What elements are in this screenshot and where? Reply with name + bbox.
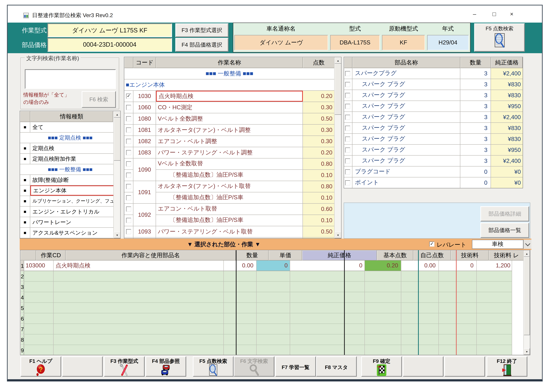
parts-checkbox[interactable] bbox=[345, 104, 350, 109]
parts-price-list-button[interactable]: 部品価格一覧 bbox=[480, 223, 529, 238]
close-button[interactable]: × bbox=[504, 7, 520, 21]
work-checkbox[interactable] bbox=[126, 206, 131, 211]
grid-row-empty[interactable]: 7 bbox=[21, 324, 530, 335]
work-checkbox[interactable] bbox=[126, 150, 131, 155]
work-checkbox[interactable] bbox=[126, 218, 131, 223]
parts-checkbox[interactable] bbox=[345, 93, 350, 98]
parts-row[interactable]: プラグコード0¥0 bbox=[344, 167, 523, 177]
work-row[interactable]: 1030 点火時期点検 0.20 bbox=[124, 91, 341, 102]
info-type-row-selected[interactable]: エンジン本体 bbox=[20, 185, 120, 196]
grid-row-empty[interactable]: 3 bbox=[21, 282, 530, 292]
grid-row-empty[interactable]: 4 bbox=[21, 292, 530, 303]
work-row-group[interactable]: 1092 エアコン・ベルト取替0.60 〔整備追加点数〕油圧P/S車0.10 bbox=[124, 204, 341, 226]
parts-row[interactable]: スパーク プラグ3¥2,400 bbox=[344, 155, 523, 167]
work-checkbox[interactable] bbox=[126, 139, 131, 144]
work-row[interactable]: 1080 Vベルト全数調整 0.50 bbox=[124, 113, 341, 125]
parts-row[interactable]: スパーク プラグ3¥830 bbox=[344, 123, 523, 134]
work-checkbox[interactable] bbox=[126, 127, 131, 133]
result-grid: 作業CD 作業内容と使用部品名 数量 単価 純正価格 基本点数 自己点数 技術料… bbox=[20, 250, 530, 355]
grid-row-1[interactable]: 1 103000 点火時期点検 0.00 0 0 0.20 0.00 0 1,2… bbox=[21, 260, 530, 271]
info-type-row[interactable]: パワートレーン bbox=[20, 217, 120, 228]
scroll-up-icon[interactable]: ▲ bbox=[335, 57, 342, 64]
info-type-row[interactable]: エンジン・エレクトリカル bbox=[20, 207, 120, 217]
scrollbar-thumb[interactable] bbox=[335, 64, 342, 115]
f5-points-search-button[interactable]: F5 点数検索 bbox=[474, 23, 525, 52]
work-checkbox[interactable] bbox=[126, 195, 131, 200]
info-type-row[interactable]: 全て bbox=[20, 122, 120, 133]
parts-row[interactable]: スパークプラグ3¥2,400 bbox=[344, 68, 523, 79]
scroll-up-icon[interactable]: ▲ bbox=[114, 111, 121, 118]
work-row[interactable]: 1060 CO・HC測定 0.30 bbox=[124, 102, 341, 113]
f12-exit-button[interactable]: F12 終了 bbox=[486, 356, 527, 377]
work-checkbox[interactable] bbox=[126, 105, 131, 110]
f7-learning-list-button[interactable]: F7 学習一覧 bbox=[275, 356, 316, 377]
parts-row[interactable]: スパーク プラグ3¥830 bbox=[344, 134, 523, 145]
minimize-button[interactable]: – bbox=[466, 7, 483, 21]
work-row-group[interactable]: 1091 オルタネータ(ファン)・ベルト取替0.80 〔整備追加点数〕油圧P/S… bbox=[124, 181, 341, 204]
f5-points-search-fkey[interactable]: F5 点数検索 bbox=[193, 356, 234, 377]
grid-row-empty[interactable]: 2 bbox=[21, 271, 530, 282]
parts-checkbox[interactable] bbox=[345, 158, 350, 163]
parts-checkbox[interactable] bbox=[345, 82, 350, 87]
parts-row[interactable]: スパーク プラグ3¥950 bbox=[344, 145, 523, 155]
f6-search-button[interactable]: F6 検索 bbox=[82, 91, 116, 108]
work-row[interactable]: 1082 エアコン・ベルト調整 0.30 bbox=[124, 136, 341, 147]
info-type-row[interactable]: 定期点検附加作業 bbox=[20, 154, 120, 164]
grid-row-empty[interactable]: 6 bbox=[21, 313, 530, 324]
parts-checkbox[interactable] bbox=[345, 147, 350, 153]
f4-parts-price-select-button[interactable]: F4 部品価格選択 bbox=[175, 38, 229, 52]
maximize-button[interactable]: □ bbox=[486, 7, 502, 21]
work-checkbox-checked[interactable] bbox=[126, 94, 131, 99]
parts-checkbox[interactable] bbox=[345, 136, 350, 142]
parts-checkbox[interactable] bbox=[345, 115, 350, 120]
parts-checkbox[interactable] bbox=[345, 126, 350, 131]
parts-checkbox[interactable] bbox=[345, 71, 350, 76]
work-checkbox[interactable] bbox=[126, 229, 131, 234]
grid-row-empty[interactable]: 5 bbox=[21, 303, 530, 313]
grid-row-empty[interactable]: 9 bbox=[21, 345, 530, 355]
work-checkbox[interactable] bbox=[126, 116, 131, 121]
f8-master-button[interactable]: F8 マスタ bbox=[316, 356, 357, 377]
mode-dropdown[interactable]: 車検 bbox=[472, 240, 523, 249]
work-list-scrollbar[interactable]: ▲ ▼ bbox=[334, 57, 342, 238]
f4-parts-reference-button[interactable]: F4 部品参照 bbox=[145, 356, 186, 377]
parts-checkbox[interactable] bbox=[345, 180, 350, 185]
work-checkbox[interactable] bbox=[126, 161, 131, 166]
work-list: コード 作業名称 点数 ■■■ 一般整備 ■■■ ■エンジン本体 1030 点火… bbox=[124, 57, 342, 239]
f3-work-model-select-button[interactable]: F3 作業型式選択 bbox=[175, 23, 229, 37]
scroll-down-icon[interactable]: ▼ bbox=[524, 348, 530, 355]
work-row[interactable]: 1083 パワー・ステアリング・ベルト調整 0.20 bbox=[124, 147, 341, 159]
info-type-scrollbar[interactable]: ▲ ▼ bbox=[113, 111, 121, 238]
scroll-up-icon[interactable]: ▲ bbox=[524, 250, 530, 257]
work-checkbox[interactable] bbox=[126, 173, 131, 178]
f3-work-model-button[interactable]: F3 作業型式 bbox=[104, 356, 145, 377]
f1-help-button[interactable]: F1 ヘルプ ? bbox=[21, 356, 61, 377]
work-row[interactable]: 1093 パワー・ステアリング・ベルト取替 0.50 bbox=[124, 226, 341, 238]
scrollbar-thumb[interactable] bbox=[114, 118, 121, 161]
grid-scrollbar[interactable]: ▲ ▼ bbox=[523, 250, 530, 355]
work-checkbox[interactable] bbox=[126, 184, 131, 189]
info-type-row[interactable]: アクスル&サスペンション bbox=[20, 228, 120, 238]
f9-confirm-button[interactable]: F9 確定 OK bbox=[361, 356, 402, 377]
parts-price-detail-button[interactable]: 部品価格詳細 bbox=[480, 206, 529, 222]
work-row[interactable]: 1081 オルタネータ(ファン)・ベルト調整 0.30 bbox=[124, 125, 341, 136]
string-search-input[interactable] bbox=[25, 69, 116, 89]
parts-price-field[interactable]: 0004-23D1-000004 bbox=[47, 38, 172, 52]
scrollbar-thumb[interactable] bbox=[524, 257, 530, 335]
leverate-checkbox[interactable] bbox=[429, 242, 434, 247]
dropdown-chevron-button[interactable] bbox=[523, 240, 531, 249]
parts-checkbox[interactable] bbox=[345, 169, 350, 174]
scroll-down-icon[interactable]: ▼ bbox=[114, 232, 121, 238]
info-type-row[interactable]: 故障(整備)診断 bbox=[20, 175, 120, 185]
work-model-field[interactable]: ダイハツ ムーヴ L175S KF bbox=[47, 23, 172, 37]
parts-row[interactable]: スパーク プラグ3¥830 bbox=[344, 79, 523, 90]
scroll-down-icon[interactable]: ▼ bbox=[335, 232, 342, 238]
parts-row[interactable]: スパーク プラグ3¥2,400 bbox=[344, 112, 523, 123]
parts-row[interactable]: スパーク プラグ3¥830 bbox=[344, 90, 523, 101]
info-type-row[interactable]: 定期点検 bbox=[20, 143, 120, 154]
info-type-row[interactable]: ルブリケーション、クーリング、フューエル bbox=[20, 196, 120, 207]
work-row-group[interactable]: 1090 Vベルト全数取替0.80 〔整備追加点数〕油圧P/S車0.10 bbox=[124, 159, 341, 181]
grid-row-empty[interactable]: 8 bbox=[21, 335, 530, 345]
parts-row[interactable]: ポイント0¥0 bbox=[344, 177, 523, 188]
parts-row[interactable]: スパーク プラグ3¥950 bbox=[344, 101, 523, 112]
